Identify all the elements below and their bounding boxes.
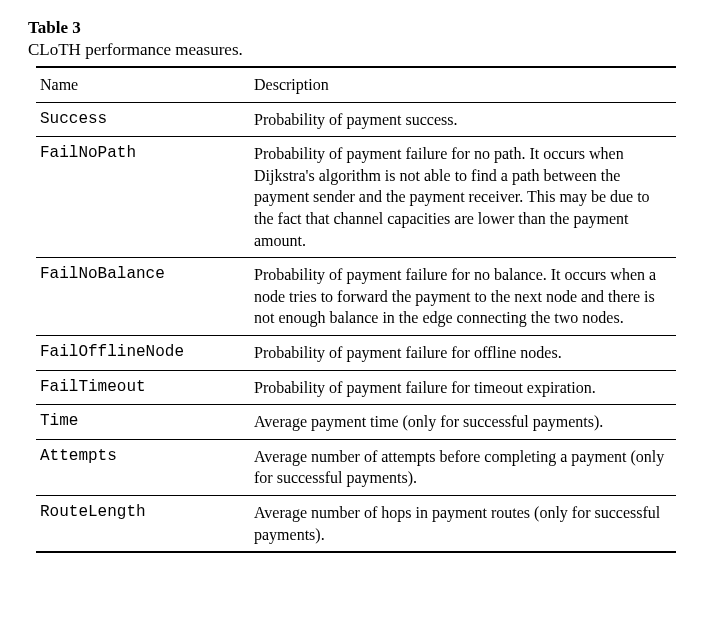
row-name: Success [36,102,250,137]
row-description: Average number of attempts before comple… [250,439,676,495]
table-row: FailTimeout Probability of payment failu… [36,370,676,405]
row-name: FailNoBalance [36,258,250,336]
row-name: FailTimeout [36,370,250,405]
table-row: FailNoPath Probability of payment failur… [36,137,676,258]
performance-measures-table: Name Description Success Probability of … [36,66,676,553]
table-row: Attempts Average number of attempts befo… [36,439,676,495]
table-label: Table 3 [28,18,680,38]
header-description: Description [250,67,676,102]
table-row: Success Probability of payment success. [36,102,676,137]
row-name: Time [36,405,250,440]
row-description: Probability of payment failure for offli… [250,335,676,370]
row-description: Probability of payment success. [250,102,676,137]
table-row: FailOfflineNode Probability of payment f… [36,335,676,370]
header-name: Name [36,67,250,102]
row-description: Probability of payment failure for timeo… [250,370,676,405]
row-name: FailOfflineNode [36,335,250,370]
row-name: Attempts [36,439,250,495]
table-row: RouteLength Average number of hops in pa… [36,495,676,552]
row-description: Probability of payment failure for no ba… [250,258,676,336]
row-description: Probability of payment failure for no pa… [250,137,676,258]
row-description: Average number of hops in payment routes… [250,495,676,552]
table-row: Time Average payment time (only for succ… [36,405,676,440]
table-row: FailNoBalance Probability of payment fai… [36,258,676,336]
row-name: FailNoPath [36,137,250,258]
row-name: RouteLength [36,495,250,552]
table-caption: CLoTH performance measures. [28,40,680,60]
row-description: Average payment time (only for successfu… [250,405,676,440]
